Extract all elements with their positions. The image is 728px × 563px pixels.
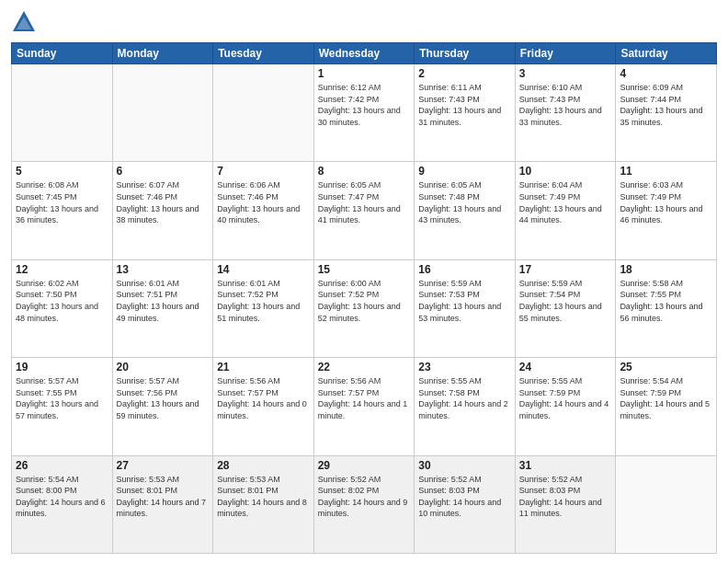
day-info: Sunrise: 5:52 AM Sunset: 8:03 PM Dayligh… [519, 474, 612, 520]
day-number: 15 [318, 263, 411, 276]
calendar-day-cell: 5Sunrise: 6:08 AM Sunset: 7:45 PM Daylig… [12, 162, 113, 259]
calendar-day-cell: 11Sunrise: 6:03 AM Sunset: 7:49 PM Dayli… [616, 162, 717, 259]
day-number: 4 [620, 67, 712, 80]
calendar-week-row: 12Sunrise: 6:02 AM Sunset: 7:50 PM Dayli… [12, 259, 717, 357]
calendar-day-cell: 17Sunrise: 5:59 AM Sunset: 7:54 PM Dayli… [515, 259, 616, 357]
calendar-day-cell: 31Sunrise: 5:52 AM Sunset: 8:03 PM Dayli… [515, 455, 616, 553]
day-number: 10 [519, 165, 612, 178]
day-number: 31 [519, 459, 612, 472]
day-number: 22 [318, 361, 411, 373]
day-info: Sunrise: 5:52 AM Sunset: 8:02 PM Dayligh… [318, 474, 411, 520]
day-number: 21 [217, 361, 310, 373]
day-number: 8 [318, 165, 411, 178]
day-info: Sunrise: 5:57 AM Sunset: 7:56 PM Dayligh… [117, 375, 210, 421]
day-info: Sunrise: 6:09 AM Sunset: 7:44 PM Dayligh… [620, 82, 712, 128]
calendar-day-header: Wednesday [313, 43, 415, 64]
calendar-day-cell: 27Sunrise: 5:53 AM Sunset: 8:01 PM Dayli… [112, 455, 213, 553]
calendar-day-header: Monday [112, 43, 213, 64]
calendar-day-cell: 23Sunrise: 5:55 AM Sunset: 7:58 PM Dayli… [415, 358, 516, 455]
day-info: Sunrise: 5:53 AM Sunset: 8:01 PM Dayligh… [217, 474, 310, 520]
calendar-week-row: 5Sunrise: 6:08 AM Sunset: 7:45 PM Daylig… [12, 162, 717, 259]
day-number: 13 [117, 263, 210, 276]
calendar-day-header: Thursday [415, 43, 516, 64]
day-number: 7 [217, 165, 310, 178]
day-number: 26 [16, 459, 108, 472]
calendar-day-cell [12, 64, 113, 162]
calendar-day-header: Sunday [12, 43, 113, 64]
day-info: Sunrise: 6:07 AM Sunset: 7:46 PM Dayligh… [117, 179, 210, 225]
calendar-day-cell: 13Sunrise: 6:01 AM Sunset: 7:51 PM Dayli… [112, 259, 213, 357]
day-number: 1 [318, 67, 411, 80]
day-number: 24 [519, 361, 612, 373]
day-number: 19 [16, 361, 108, 373]
day-info: Sunrise: 6:00 AM Sunset: 7:52 PM Dayligh… [318, 278, 411, 324]
day-info: Sunrise: 6:08 AM Sunset: 7:45 PM Dayligh… [16, 179, 108, 225]
calendar-day-cell: 3Sunrise: 6:10 AM Sunset: 7:43 PM Daylig… [515, 64, 616, 162]
day-number: 11 [620, 165, 712, 178]
day-info: Sunrise: 5:59 AM Sunset: 7:53 PM Dayligh… [418, 278, 511, 324]
calendar-week-row: 1Sunrise: 6:12 AM Sunset: 7:42 PM Daylig… [12, 64, 717, 162]
calendar-day-cell: 12Sunrise: 6:02 AM Sunset: 7:50 PM Dayli… [12, 259, 113, 357]
day-number: 2 [418, 67, 511, 80]
calendar-day-cell: 16Sunrise: 5:59 AM Sunset: 7:53 PM Dayli… [415, 259, 516, 357]
calendar-day-header: Tuesday [213, 43, 314, 64]
day-info: Sunrise: 5:55 AM Sunset: 7:59 PM Dayligh… [519, 375, 612, 421]
calendar-day-cell: 25Sunrise: 5:54 AM Sunset: 7:59 PM Dayli… [616, 358, 717, 455]
day-info: Sunrise: 5:57 AM Sunset: 7:55 PM Dayligh… [16, 375, 108, 421]
calendar-day-cell: 19Sunrise: 5:57 AM Sunset: 7:55 PM Dayli… [12, 358, 113, 455]
day-info: Sunrise: 6:02 AM Sunset: 7:50 PM Dayligh… [16, 278, 108, 324]
calendar-day-cell: 1Sunrise: 6:12 AM Sunset: 7:42 PM Daylig… [313, 64, 415, 162]
day-info: Sunrise: 6:01 AM Sunset: 7:51 PM Dayligh… [117, 278, 210, 324]
day-number: 29 [318, 459, 411, 472]
day-info: Sunrise: 6:05 AM Sunset: 7:48 PM Dayligh… [418, 179, 511, 225]
day-number: 12 [16, 263, 108, 276]
calendar-week-row: 19Sunrise: 5:57 AM Sunset: 7:55 PM Dayli… [12, 358, 717, 455]
calendar-day-cell: 18Sunrise: 5:58 AM Sunset: 7:55 PM Dayli… [616, 259, 717, 357]
calendar-day-cell: 30Sunrise: 5:52 AM Sunset: 8:03 PM Dayli… [415, 455, 516, 553]
day-number: 5 [16, 165, 108, 178]
day-number: 9 [418, 165, 511, 178]
header [11, 9, 717, 35]
day-info: Sunrise: 5:55 AM Sunset: 7:58 PM Dayligh… [418, 375, 511, 421]
day-info: Sunrise: 6:03 AM Sunset: 7:49 PM Dayligh… [620, 179, 712, 225]
day-number: 14 [217, 263, 310, 276]
calendar-day-cell: 22Sunrise: 5:56 AM Sunset: 7:57 PM Dayli… [313, 358, 415, 455]
calendar-day-cell: 20Sunrise: 5:57 AM Sunset: 7:56 PM Dayli… [112, 358, 213, 455]
day-info: Sunrise: 6:01 AM Sunset: 7:52 PM Dayligh… [217, 278, 310, 324]
calendar-day-cell: 21Sunrise: 5:56 AM Sunset: 7:57 PM Dayli… [213, 358, 314, 455]
calendar-day-cell: 29Sunrise: 5:52 AM Sunset: 8:02 PM Dayli… [313, 455, 415, 553]
calendar-day-cell: 15Sunrise: 6:00 AM Sunset: 7:52 PM Dayli… [313, 259, 415, 357]
day-number: 30 [418, 459, 511, 472]
calendar-day-header: Saturday [616, 43, 717, 64]
calendar-day-cell [616, 455, 717, 553]
calendar-week-row: 26Sunrise: 5:54 AM Sunset: 8:00 PM Dayli… [12, 455, 717, 553]
day-number: 18 [620, 263, 712, 276]
day-info: Sunrise: 5:53 AM Sunset: 8:01 PM Dayligh… [117, 474, 210, 520]
day-info: Sunrise: 5:54 AM Sunset: 7:59 PM Dayligh… [620, 375, 712, 421]
calendar-day-cell [213, 64, 314, 162]
day-number: 28 [217, 459, 310, 472]
day-info: Sunrise: 6:11 AM Sunset: 7:43 PM Dayligh… [418, 82, 511, 128]
calendar-day-cell: 2Sunrise: 6:11 AM Sunset: 7:43 PM Daylig… [415, 64, 516, 162]
day-number: 20 [117, 361, 210, 373]
day-number: 16 [418, 263, 511, 276]
calendar-day-cell: 28Sunrise: 5:53 AM Sunset: 8:01 PM Dayli… [213, 455, 314, 553]
logo [11, 9, 40, 35]
calendar-day-cell: 7Sunrise: 6:06 AM Sunset: 7:46 PM Daylig… [213, 162, 314, 259]
calendar-day-cell: 26Sunrise: 5:54 AM Sunset: 8:00 PM Dayli… [12, 455, 113, 553]
calendar-day-cell: 4Sunrise: 6:09 AM Sunset: 7:44 PM Daylig… [616, 64, 717, 162]
day-info: Sunrise: 6:05 AM Sunset: 7:47 PM Dayligh… [318, 179, 411, 225]
page: SundayMondayTuesdayWednesdayThursdayFrid… [0, 0, 728, 563]
day-info: Sunrise: 5:56 AM Sunset: 7:57 PM Dayligh… [217, 375, 310, 421]
day-number: 25 [620, 361, 712, 373]
calendar-day-cell: 8Sunrise: 6:05 AM Sunset: 7:47 PM Daylig… [313, 162, 415, 259]
calendar-day-cell: 10Sunrise: 6:04 AM Sunset: 7:49 PM Dayli… [515, 162, 616, 259]
calendar-day-cell: 6Sunrise: 6:07 AM Sunset: 7:46 PM Daylig… [112, 162, 213, 259]
day-number: 3 [519, 67, 612, 80]
day-info: Sunrise: 6:06 AM Sunset: 7:46 PM Dayligh… [217, 179, 310, 225]
calendar-header-row: SundayMondayTuesdayWednesdayThursdayFrid… [12, 43, 717, 64]
day-info: Sunrise: 5:54 AM Sunset: 8:00 PM Dayligh… [16, 474, 108, 520]
day-number: 6 [117, 165, 210, 178]
day-number: 27 [117, 459, 210, 472]
calendar-day-cell [112, 64, 213, 162]
